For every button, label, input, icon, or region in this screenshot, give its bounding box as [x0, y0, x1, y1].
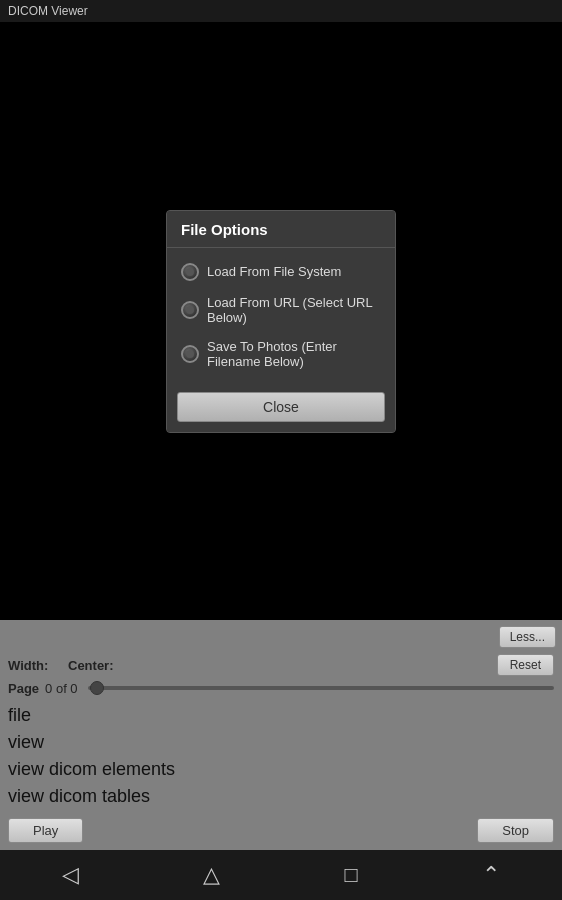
menu-item-dicom-tables[interactable]: view dicom tables — [8, 783, 554, 810]
play-stop-row: Play Stop — [8, 818, 554, 843]
radio-url[interactable] — [181, 301, 199, 319]
option-filesystem-label: Load From File System — [207, 264, 341, 279]
bottom-panel: Less... Width: Center: Reset Page 0 of 0… — [0, 620, 562, 850]
radio-save[interactable] — [181, 345, 199, 363]
page-slider[interactable] — [88, 680, 554, 696]
slider-thumb[interactable] — [90, 681, 104, 695]
radio-filesystem[interactable] — [181, 263, 199, 281]
recents-icon[interactable]: □ — [328, 854, 373, 896]
slider-track — [88, 686, 554, 690]
width-label: Width: — [8, 658, 58, 673]
page-label: Page — [8, 681, 39, 696]
menu-icon[interactable]: ⌃ — [466, 854, 516, 896]
menu-item-view[interactable]: view — [8, 729, 554, 756]
option-filesystem[interactable]: Load From File System — [177, 256, 385, 288]
dialog-title-text: File Options — [181, 221, 268, 238]
option-save-label: Save To Photos (Enter Filename Below) — [207, 339, 381, 369]
play-button[interactable]: Play — [8, 818, 83, 843]
menu-items: file view view dicom elements view dicom… — [8, 702, 554, 810]
app-title: DICOM Viewer — [8, 4, 88, 18]
dialog-overlay: File Options Load From File System Load … — [0, 22, 562, 620]
home-icon[interactable]: △ — [187, 854, 236, 896]
dialog-title-bar: File Options — [167, 211, 395, 248]
page-value: 0 of 0 — [45, 681, 78, 696]
option-url-label: Load From URL (Select URL Below) — [207, 295, 381, 325]
page-row: Page 0 of 0 — [8, 680, 554, 696]
title-bar: DICOM Viewer — [0, 0, 562, 22]
menu-item-file[interactable]: file — [8, 702, 554, 729]
less-button[interactable]: Less... — [499, 626, 556, 648]
dialog-footer: Close — [167, 384, 395, 432]
close-button[interactable]: Close — [177, 392, 385, 422]
back-icon[interactable]: ◁ — [46, 854, 95, 896]
stop-button[interactable]: Stop — [477, 818, 554, 843]
dialog-options: Load From File System Load From URL (Sel… — [167, 248, 395, 384]
reset-button[interactable]: Reset — [497, 654, 554, 676]
option-save[interactable]: Save To Photos (Enter Filename Below) — [177, 332, 385, 376]
center-label: Center: — [68, 658, 118, 673]
file-options-dialog: File Options Load From File System Load … — [166, 210, 396, 433]
controls-row: Width: Center: Reset — [8, 654, 554, 676]
nav-bar: ◁ △ □ ⌃ — [0, 850, 562, 900]
option-url[interactable]: Load From URL (Select URL Below) — [177, 288, 385, 332]
menu-item-dicom-elements[interactable]: view dicom elements — [8, 756, 554, 783]
